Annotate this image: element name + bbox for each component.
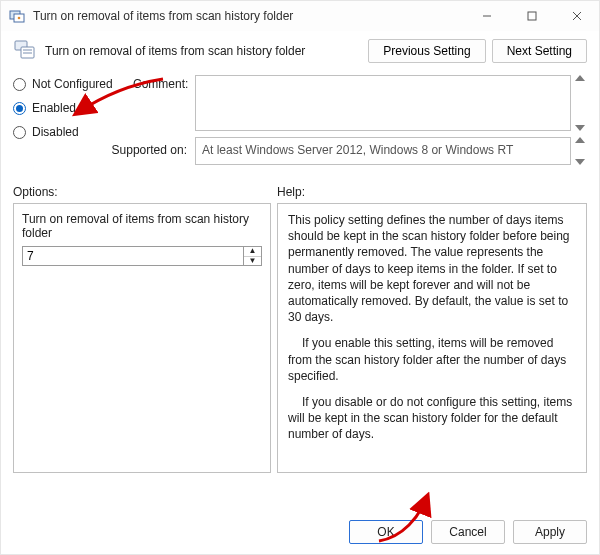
minimize-button[interactable] (464, 1, 509, 31)
cancel-button[interactable]: Cancel (431, 520, 505, 544)
dialog-button-bar: OK Cancel Apply (341, 520, 587, 544)
svg-rect-4 (528, 12, 536, 20)
window-title: Turn on removal of items from scan histo… (33, 9, 293, 23)
supported-on-value: At least Windows Server 2012, Windows 8 … (195, 137, 571, 165)
option-item-label: Turn on removal of items from scan histo… (22, 212, 262, 240)
spin-down-button[interactable]: ▼ (244, 257, 261, 266)
comment-textarea[interactable] (195, 75, 571, 131)
radio-dot-icon (13, 102, 26, 115)
options-label: Options: (13, 185, 271, 199)
days-input[interactable] (22, 246, 244, 266)
previous-setting-button[interactable]: Previous Setting (368, 39, 485, 63)
help-pane: This policy setting defines the number o… (277, 203, 587, 473)
ok-button[interactable]: OK (349, 520, 423, 544)
app-icon (9, 8, 25, 24)
comment-scroll[interactable] (573, 75, 587, 131)
radio-dot-icon (13, 78, 26, 91)
spin-buttons: ▲ ▼ (244, 246, 262, 266)
next-setting-button[interactable]: Next Setting (492, 39, 587, 63)
supported-scroll[interactable] (573, 137, 587, 165)
help-label: Help: (271, 185, 587, 199)
scroll-down-icon (575, 125, 585, 131)
radio-enabled[interactable]: Enabled (13, 101, 131, 115)
svg-point-2 (18, 17, 21, 20)
help-paragraph: This policy setting defines the number o… (288, 212, 576, 325)
comment-label: Comment: (133, 75, 193, 91)
supported-on-label: Supported on: (13, 137, 193, 157)
radio-label: Enabled (32, 101, 76, 115)
radio-not-configured[interactable]: Not Configured (13, 77, 131, 91)
chevron-up-icon: ▲ (249, 247, 257, 255)
help-paragraph: If you disable or do not configure this … (288, 394, 576, 443)
policy-header: Turn on removal of items from scan histo… (1, 31, 599, 75)
scroll-up-icon (575, 137, 585, 143)
chevron-down-icon: ▼ (249, 257, 257, 265)
policy-icon (13, 40, 37, 62)
close-button[interactable] (554, 1, 599, 31)
policy-title: Turn on removal of items from scan histo… (45, 44, 305, 58)
options-pane: Turn on removal of items from scan histo… (13, 203, 271, 473)
scroll-up-icon (575, 75, 585, 81)
apply-button[interactable]: Apply (513, 520, 587, 544)
scroll-down-icon (575, 159, 585, 165)
help-paragraph: If you enable this setting, items will b… (288, 335, 576, 384)
title-bar: Turn on removal of items from scan histo… (1, 1, 599, 31)
maximize-button[interactable] (509, 1, 554, 31)
radio-label: Not Configured (32, 77, 113, 91)
